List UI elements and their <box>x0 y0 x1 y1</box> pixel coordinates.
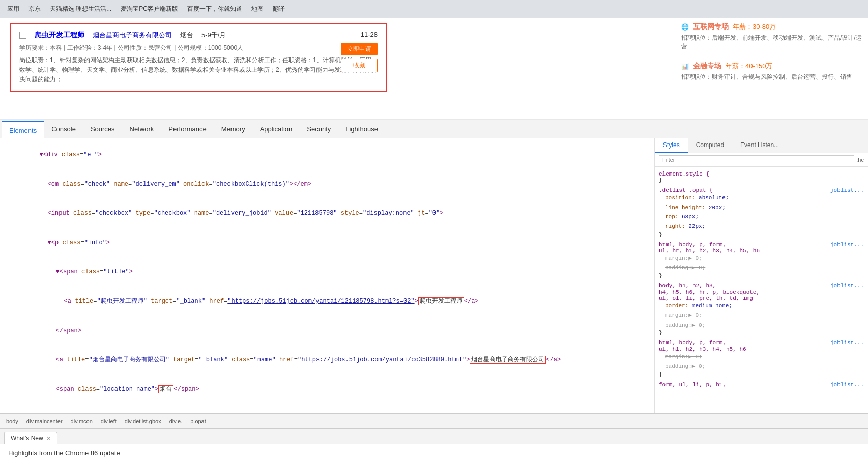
browser-tab-tmall[interactable]: 天猫精选·理想生活活... <box>47 4 114 14</box>
css-selector: element.style { <box>659 171 709 177</box>
browser-tabs-bar: 应用 京东 天猫精选·理想生活活... 麦淘宝PC客户端新版 百度一下，你就知道… <box>0 0 868 18</box>
css-rule-body-h1: body, h1, h2, h3, joblist... h4, h5, h6,… <box>659 283 864 336</box>
job-actions: 立即申请 收藏 <box>341 43 378 72</box>
html-line[interactable]: ▼<span class="title"> <box>0 257 654 287</box>
breadcrumb-detlist[interactable]: div.detlist.gbox <box>123 417 163 425</box>
job-location: 烟台 <box>180 31 193 40</box>
browser-tab-translate[interactable]: 翻译 <box>270 4 288 14</box>
styles-filter-bar: :hc <box>655 153 868 167</box>
devtools-breadcrumb-bar: body div.maincenter div.mcon div.left di… <box>0 413 868 428</box>
html-line[interactable]: <span class="location">5-9千/月</span> <box>0 404 654 413</box>
tab-computed[interactable]: Computed <box>688 138 732 153</box>
devtools-main: ▼<div class="e "> <em class="check" name… <box>0 138 868 413</box>
right-sidebar: 🌐 互联网专场 年薪：30-80万 招聘职位：后端开发、前端开发、移动端开发、测… <box>675 18 868 119</box>
browser-tab-taobao[interactable]: 麦淘宝PC客户端新版 <box>118 4 181 14</box>
finance-icon: 📊 <box>681 63 689 70</box>
sidebar-section-internet: 🌐 互联网专场 年薪：30-80万 招聘职位：后端开发、前端开发、移动端开发、测… <box>681 22 862 51</box>
html-line[interactable]: ▼<p class="info"> <box>0 228 654 258</box>
sidebar-finance-salary: 年薪：40-150万 <box>726 62 772 71</box>
html-panel[interactable]: ▼<div class="e "> <em class="check" name… <box>0 138 654 413</box>
css-selector: html, body, p, form, <box>659 242 726 248</box>
job-card: 爬虫开发工程师 烟台星商电子商务有限公司 烟台 5-9千/月 11-28 学历要… <box>10 23 387 92</box>
collect-button[interactable]: 收藏 <box>341 59 378 72</box>
job-desc: 岗位职责：1、针对复杂的网站架构主动获取相关数据信息；2、负责数据获取、清洗和分… <box>19 55 378 85</box>
html-line[interactable]: <em class="check" name="delivery_em" onc… <box>0 170 654 199</box>
css-rule-element-style: element.style { } <box>659 171 864 183</box>
html-line[interactable]: <input class="checkbox" type="checkbox" … <box>0 199 654 228</box>
browser-tab-app[interactable]: 应用 <box>4 4 22 14</box>
styles-tabs: Styles Computed Event Listen... <box>655 138 868 153</box>
sidebar-internet-title: 互联网专场 <box>693 22 729 32</box>
tab-performance[interactable]: Performance <box>161 120 214 138</box>
css-selector: body, h1, h2, h3, <box>659 283 716 289</box>
page-content: 爬虫开发工程师 烟台星商电子商务有限公司 烟台 5-9千/月 11-28 学历要… <box>0 18 868 119</box>
css-source: joblist... <box>830 283 864 289</box>
css-source: joblist... <box>830 187 864 193</box>
sidebar-section-finance: 📊 金融专场 年薪：40-150万 招聘职位：财务审计、合规与风险控制、后台运营… <box>681 62 862 81</box>
css-rule-detlist-opat: .detlist .opat { joblist... position: ab… <box>659 187 864 238</box>
breadcrumb-body[interactable]: body <box>4 417 20 425</box>
tab-console[interactable]: Console <box>44 120 83 138</box>
breadcrumb-dive[interactable]: div.e. <box>167 417 184 425</box>
browser-tab-map[interactable]: 地图 <box>248 4 267 14</box>
tab-whats-new[interactable]: What's New ✕ <box>4 432 57 444</box>
html-line[interactable]: <span class="location name">烟台</span> <box>0 375 654 405</box>
sidebar-finance-title: 金融专场 <box>693 62 721 71</box>
breadcrumb-left[interactable]: div.left <box>99 417 119 425</box>
job-card-header: 爬虫开发工程师 烟台星商电子商务有限公司 烟台 5-9千/月 11-28 <box>19 31 378 40</box>
html-line[interactable]: </span> <box>0 316 654 345</box>
styles-panel: Styles Computed Event Listen... :hc elem… <box>654 138 868 413</box>
job-meta: 学历要求：本科 | 工作经验：3-4年 | 公司性质：民营公司 | 公司规模：1… <box>19 44 378 52</box>
tab-styles[interactable]: Styles <box>655 138 688 153</box>
styles-content: element.style { } .detlist .opat { jobli… <box>655 167 868 413</box>
job-select-checkbox[interactable] <box>19 32 26 39</box>
job-salary: 5-9千/月 <box>201 31 226 40</box>
css-selector: .detlist .opat { <box>659 187 713 193</box>
internet-icon: 🌐 <box>681 23 689 31</box>
job-card-area: 爬虫开发工程师 烟台星商电子商务有限公司 烟台 5-9千/月 11-28 学历要… <box>0 18 675 119</box>
styles-filter-input[interactable] <box>659 155 854 164</box>
html-line[interactable]: ▼<div class="e "> <box>0 140 654 170</box>
whats-new-description: Highlights from the Chrome 86 update <box>8 449 120 457</box>
apply-button[interactable]: 立即申请 <box>341 43 378 55</box>
whats-new-label: What's New <box>11 435 43 442</box>
whats-new-close-icon[interactable]: ✕ <box>46 435 51 442</box>
tab-network[interactable]: Network <box>123 120 162 138</box>
html-line[interactable]: <a title="烟台星商电子商务有限公司" target="_blank" … <box>0 345 654 375</box>
breadcrumb-popat[interactable]: p.opat <box>188 417 208 425</box>
css-rule-html-body2: html, body, p, form, joblist... ul, h1, … <box>659 340 864 377</box>
css-rule-form-ul: form, ul, li, p, h1, joblist... <box>659 382 864 388</box>
browser-tab-jd[interactable]: 京东 <box>25 4 44 14</box>
devtools-tabs: Elements Console Sources Network Perform… <box>0 120 868 138</box>
tab-elements[interactable]: Elements <box>2 121 44 138</box>
tab-application[interactable]: Application <box>253 120 300 138</box>
job-date: 11-28 <box>361 31 378 38</box>
job-company[interactable]: 烟台星商电子商务有限公司 <box>93 31 172 40</box>
tab-memory[interactable]: Memory <box>214 120 253 138</box>
devtools-panel: Elements Console Sources Network Perform… <box>0 119 868 462</box>
breadcrumb-mcon[interactable]: div.mcon <box>69 417 95 425</box>
css-source: joblist... <box>830 340 864 346</box>
bottom-tabs-bar: What's New ✕ <box>0 428 868 444</box>
tab-sources[interactable]: Sources <box>83 120 123 138</box>
breadcrumb-maincenter[interactable]: div.maincenter <box>24 417 65 425</box>
css-selector: html, body, p, form, <box>659 340 726 346</box>
whats-new-panel: Highlights from the Chrome 86 update <box>0 444 868 462</box>
tab-lighthouse[interactable]: Lighthouse <box>338 120 386 138</box>
css-rule-html-body: html, body, p, form, joblist... ul, hr, … <box>659 242 864 279</box>
browser-tab-baidu[interactable]: 百度一下，你就知道 <box>184 4 245 14</box>
sidebar-finance-jobs: 招聘职位：财务审计、合规与风险控制、后台运营、投行、销售 <box>681 73 862 81</box>
sidebar-internet-salary: 年薪：30-80万 <box>733 22 776 32</box>
css-selector: form, ul, li, p, h1, <box>659 382 726 388</box>
tab-event-listeners[interactable]: Event Listen... <box>732 138 787 153</box>
sidebar-internet-jobs: 招聘职位：后端开发、前端开发、移动端开发、测试、产品/设计/运营 <box>681 34 862 51</box>
html-line[interactable]: <a title="爬虫开发工程师" target="_blank" href=… <box>0 287 654 316</box>
tab-security[interactable]: Security <box>300 120 338 138</box>
css-source: joblist... <box>830 242 864 248</box>
css-source: joblist... <box>830 382 864 388</box>
job-title[interactable]: 爬虫开发工程师 <box>35 31 84 40</box>
